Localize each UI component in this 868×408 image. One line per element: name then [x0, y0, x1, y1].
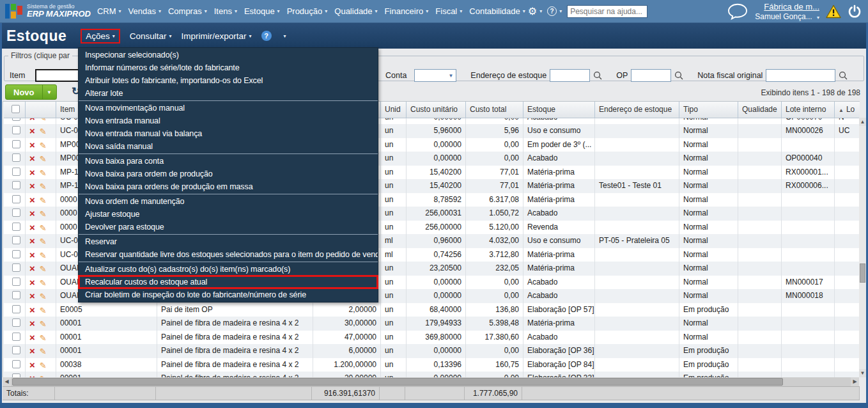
actions-menu-item[interactable]: Nova entrada manual via balança — [79, 127, 378, 140]
delete-icon[interactable]: × — [29, 359, 35, 370]
edit-icon[interactable]: ✎ — [40, 306, 47, 315]
delete-icon[interactable]: × — [29, 373, 35, 377]
actions-menu-item[interactable]: Nova ordem de manutenção — [79, 195, 378, 208]
table-row[interactable]: ×✎E0005Pai de item OP2,00000un68,4000013… — [4, 303, 860, 317]
search-icon[interactable] — [674, 71, 683, 80]
delete-icon[interactable]: × — [29, 290, 35, 301]
column-header-cu[interactable]: Custo unitário — [407, 102, 466, 118]
row-checkbox[interactable] — [12, 236, 20, 244]
topbar-menu-qualidade[interactable]: Qualidade▾ — [334, 6, 377, 16]
nota-fiscal-filter-input[interactable] — [766, 69, 835, 82]
row-checkbox[interactable] — [12, 305, 20, 313]
conta-select[interactable]: ▼ — [414, 69, 456, 82]
delete-icon[interactable]: × — [29, 249, 35, 260]
topbar-menu-financeiro[interactable]: Financeiro▾ — [385, 6, 429, 16]
edit-icon[interactable]: ✎ — [40, 333, 47, 343]
row-checkbox[interactable] — [12, 168, 20, 176]
column-header-act[interactable] — [26, 102, 56, 118]
help-icon[interactable]: ? — [547, 6, 557, 16]
row-checkbox[interactable] — [12, 333, 20, 341]
endereco-filter-input[interactable] — [550, 69, 590, 82]
column-header-lo[interactable]: ▲Lo — [835, 102, 860, 118]
actions-menu-item[interactable]: Ajustar estoque — [79, 208, 378, 221]
imprimir-exportar-menu-button[interactable]: Imprimir/exportar ▾ — [182, 31, 252, 41]
delete-icon[interactable]: × — [29, 194, 35, 205]
user-menu[interactable]: Samuel Gonça... ▾ — [755, 13, 819, 22]
table-row[interactable]: ×✎00001Painel de fibra de madeira e resi… — [4, 317, 860, 331]
edit-icon[interactable]: ✎ — [40, 361, 47, 370]
topbar-menu-estoque[interactable]: Estoque▾ — [244, 6, 280, 16]
column-header-est[interactable]: Estoque — [523, 102, 595, 118]
table-row[interactable]: ×✎00001Painel de fibra de madeira e resi… — [4, 344, 860, 358]
delete-icon[interactable]: × — [29, 208, 35, 219]
row-checkbox[interactable] — [12, 346, 20, 354]
novo-button[interactable]: Novo ▼ — [5, 84, 57, 100]
delete-icon[interactable]: × — [29, 318, 35, 329]
scroll-down-arrow[interactable]: ▼ — [859, 369, 866, 377]
topbar-menu-crm[interactable]: CRM▾ — [97, 6, 121, 16]
edit-icon[interactable]: ✎ — [40, 154, 47, 164]
settings-gear-icon[interactable]: ⚙ — [528, 5, 537, 17]
row-checkbox[interactable] — [12, 263, 20, 272]
edit-icon[interactable]: ✎ — [40, 168, 47, 178]
delete-icon[interactable]: × — [29, 167, 35, 178]
actions-menu-item[interactable]: Criar boletim de inspeção do lote do fab… — [79, 288, 378, 301]
delete-icon[interactable]: × — [29, 125, 35, 136]
edit-icon[interactable]: ✎ — [40, 319, 47, 329]
actions-menu-item[interactable]: Nova saída manual — [79, 140, 378, 153]
edit-icon[interactable]: ✎ — [40, 278, 47, 288]
actions-menu-item[interactable]: Nova entrada manual — [79, 114, 378, 127]
search-icon[interactable] — [593, 71, 602, 80]
help-search-input[interactable] — [567, 5, 647, 18]
logout-power-icon[interactable] — [848, 4, 862, 19]
chevron-down-icon[interactable]: ▾ — [284, 33, 286, 39]
page-help-icon[interactable]: ? — [261, 31, 272, 41]
edit-icon[interactable]: ✎ — [40, 182, 47, 191]
vertical-scrollbar-thumb[interactable] — [860, 263, 865, 283]
delete-icon[interactable]: × — [29, 153, 35, 164]
delete-icon[interactable]: × — [29, 263, 35, 274]
column-header-tipo[interactable]: Tipo — [679, 102, 738, 118]
column-header-unid[interactable]: Unid — [381, 102, 407, 118]
edit-icon[interactable]: ✎ — [40, 196, 47, 205]
edit-icon[interactable]: ✎ — [40, 209, 47, 219]
actions-menu-item[interactable]: Inspecionar selecionado(s) — [79, 49, 378, 61]
row-checkbox[interactable] — [12, 250, 20, 258]
row-checkbox[interactable] — [12, 153, 20, 162]
delete-icon[interactable]: × — [29, 345, 35, 356]
delete-icon[interactable]: × — [29, 332, 35, 343]
column-header-sel[interactable] — [4, 102, 26, 118]
chevron-down-icon[interactable]: ▾ — [539, 8, 542, 14]
topbar-menu-vendas[interactable]: Vendas▾ — [128, 6, 161, 16]
row-checkbox[interactable] — [12, 223, 20, 231]
topbar-menu-fiscal[interactable]: Fiscal▾ — [435, 6, 462, 16]
delete-icon[interactable]: × — [29, 277, 35, 288]
horizontal-scrollbar[interactable]: ◀ ▶ — [3, 377, 859, 386]
column-header-qual[interactable]: Qualidade — [738, 102, 782, 118]
column-header-lote[interactable]: Lote interno — [782, 102, 835, 118]
row-checkbox[interactable] — [12, 181, 20, 189]
actions-menu-item[interactable]: Informar números de série/lote do fabric… — [79, 61, 378, 74]
topbar-menu-compras[interactable]: Compras▾ — [168, 6, 207, 16]
column-header-end[interactable]: Endereço de estoque — [595, 102, 679, 118]
row-checkbox[interactable] — [12, 140, 20, 148]
edit-icon[interactable]: ✎ — [40, 141, 47, 150]
actions-menu-item[interactable]: Devolver para estoque — [79, 221, 378, 233]
actions-menu-item-highlighted[interactable]: Recalcular custos do estoque atual — [79, 276, 378, 288]
actions-menu-item[interactable]: Atribuir lotes do fabricante, importando… — [79, 74, 378, 87]
edit-icon[interactable]: ✎ — [40, 237, 47, 246]
topbar-menu-itens[interactable]: Itens▾ — [214, 6, 237, 16]
delete-icon[interactable]: × — [29, 180, 35, 191]
consultar-menu-button[interactable]: Consultar ▾ — [130, 31, 172, 41]
acoes-menu-button[interactable]: Ações ▾ — [81, 29, 120, 43]
warning-icon[interactable] — [826, 4, 841, 19]
scroll-left-arrow[interactable]: ◀ — [3, 377, 11, 386]
table-row[interactable]: ×✎00001Painel de fibra de madeira e resi… — [4, 331, 860, 345]
scroll-up-arrow[interactable]: ▲ — [859, 118, 866, 126]
op-filter-input[interactable] — [631, 69, 671, 82]
horizontal-scrollbar-thumb[interactable] — [12, 378, 783, 386]
chat-bubble-icon[interactable] — [727, 3, 748, 20]
row-checkbox[interactable] — [12, 360, 20, 368]
row-checkbox[interactable] — [12, 291, 20, 299]
topbar-menu-contabilidade[interactable]: Contabilidade▾ — [469, 6, 525, 16]
